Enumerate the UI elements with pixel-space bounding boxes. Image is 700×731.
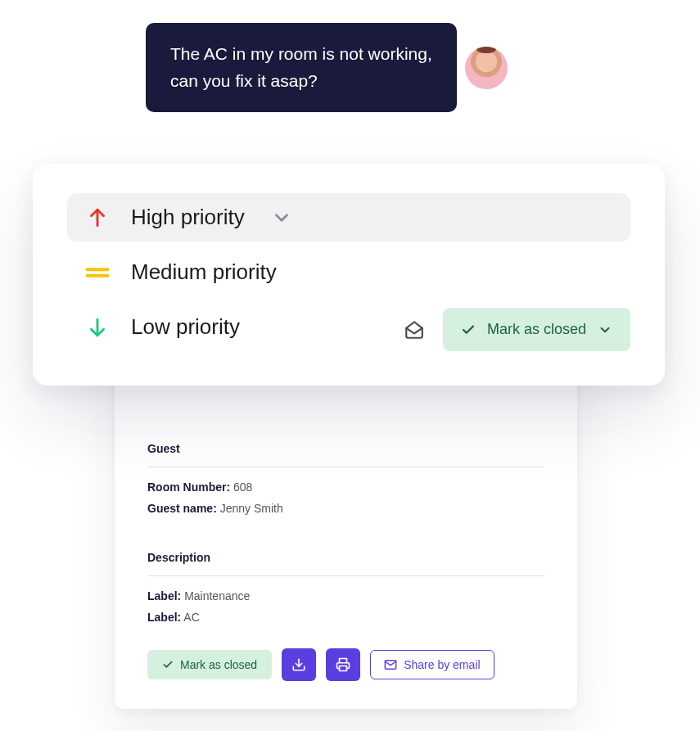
share-by-email-label: Share by email [404,658,480,671]
guest-chat: The AC in my room is not working, can yo… [146,23,457,112]
chat-message-text: The AC in my room is not working, can yo… [170,44,432,90]
check-icon [162,659,174,670]
mail-icon [384,658,397,671]
priority-option-high[interactable]: High priority [67,193,630,241]
arrow-down-icon [85,315,110,340]
print-icon [336,657,350,672]
room-number-value: 608 [233,481,252,494]
priority-low-label: Low priority [131,314,240,340]
label-1-value: Maintenance [184,589,250,602]
download-button[interactable] [282,648,316,681]
guest-name-label: Guest name: [147,502,217,515]
mark-closed-button-large[interactable]: Mark as closed [443,308,630,351]
divider [147,467,544,467]
download-icon [291,657,306,672]
priority-card-actions: Mark as closed [404,308,630,351]
room-number-label: Room Number: [147,481,230,494]
ticket-actions-row: Mark as closed Share by email [147,648,544,681]
check-icon [461,323,476,337]
guest-name-row: Guest name: Jenny Smith [147,502,544,515]
guest-name-value: Jenny Smith [220,502,283,515]
guest-section-heading: Guest [147,442,544,455]
label-row-2: Label: AC [147,611,544,624]
priority-option-medium[interactable]: Medium priority [67,248,630,296]
guest-avatar [465,47,508,89]
label-1-key: Label: [147,589,181,602]
chat-bubble: The AC in my room is not working, can yo… [146,23,457,112]
priority-medium-label: Medium priority [131,259,277,285]
arrow-up-icon [85,205,110,230]
description-section-heading: Description [147,551,544,564]
priority-selector-card: High priority Medium priority Low priori… [33,164,665,386]
svg-rect-1 [340,666,347,671]
mail-open-icon[interactable] [404,319,425,341]
divider [147,575,544,576]
mark-closed-label-large: Mark as closed [487,321,586,338]
priority-high-label: High priority [131,205,245,230]
chevron-down-icon [598,323,612,337]
label-2-value: AC [183,611,199,624]
print-button[interactable] [326,648,360,681]
room-number-row: Room Number: 608 [147,481,544,494]
label-2-key: Label: [147,611,181,624]
mark-closed-button-small[interactable]: Mark as closed [147,650,272,679]
equals-icon [85,264,110,281]
label-row-1: Label: Maintenance [147,589,544,602]
mark-closed-label-small: Mark as closed [180,658,257,671]
chevron-down-icon [271,207,292,228]
share-by-email-button[interactable]: Share by email [370,650,494,679]
